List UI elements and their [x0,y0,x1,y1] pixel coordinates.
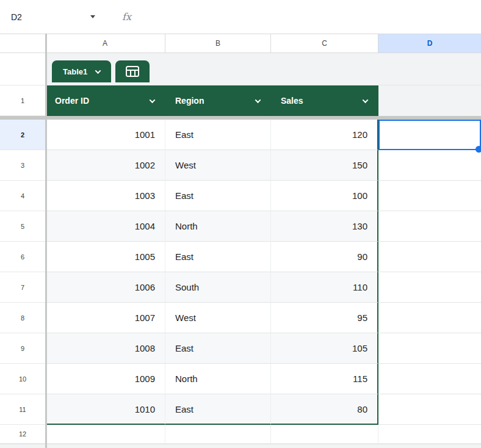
filter-dropdown-icon[interactable] [150,97,156,103]
cell-c8[interactable]: 95 [271,303,378,333]
cell-c4[interactable]: 100 [271,181,378,211]
cell-b8[interactable]: West [165,303,271,333]
cell-a11[interactable]: 1010 [45,394,165,425]
table-chip-row: Table1 [0,53,481,85]
table-row: 6 1005 East 90 [0,242,481,272]
name-box[interactable]: D2 [11,12,95,22]
select-all-corner[interactable] [0,34,45,52]
frozen-column-divider[interactable] [45,34,47,448]
table-row: 11 1010 East 80 [0,394,481,425]
table-chip-area: Table1 [45,53,481,85]
cell-c3[interactable]: 150 [271,150,378,181]
cell-b10[interactable]: North [165,364,271,394]
filter-dropdown-icon[interactable] [255,97,261,103]
table-header-sales[interactable]: Sales [271,85,378,116]
cell-c11[interactable]: 80 [271,394,378,425]
row-header-gap [0,53,45,85]
cell-a3[interactable]: 1002 [45,150,165,181]
column-header-a[interactable]: A [45,34,165,52]
cell-a4[interactable]: 1003 [45,181,165,211]
cell-d8[interactable] [378,303,481,333]
cell-d11[interactable] [378,394,481,425]
filter-dropdown-icon[interactable] [363,97,369,103]
cell-a9[interactable]: 1008 [45,333,165,364]
table-name-chip[interactable]: Table1 [52,60,111,82]
table-row: 9 1008 East 105 [0,333,481,364]
cell-b7[interactable]: South [165,272,271,303]
table-row: 3 1002 West 150 [0,150,481,181]
cell-c5[interactable]: 130 [271,211,378,242]
row-header-11[interactable]: 11 [0,394,45,425]
cell-d2-selected[interactable] [378,120,481,150]
row-header-5[interactable]: 5 [0,211,45,242]
table-header-label: Sales [281,96,303,106]
table-header-row: 1 Order ID Region Sales [0,85,481,116]
cell-a2[interactable]: 1001 [45,120,165,150]
cell-d6[interactable] [378,242,481,272]
table-options-tab[interactable] [115,60,150,82]
sheet-bottom-edge [0,444,481,448]
row-header-8[interactable]: 8 [0,303,45,333]
row-header-9[interactable]: 9 [0,333,45,364]
column-header-c[interactable]: C [271,34,378,52]
cell-d7[interactable] [378,272,481,303]
table-header-region[interactable]: Region [165,85,271,116]
cell-b3[interactable]: West [165,150,271,181]
cell-d5[interactable] [378,211,481,242]
row-header-7[interactable]: 7 [0,272,45,303]
name-box-value: D2 [11,12,22,22]
table-row: 10 1009 North 115 [0,364,481,394]
table-header-label: Order ID [55,96,89,106]
cell-b11[interactable]: East [165,394,271,425]
table-header-label: Region [175,96,204,106]
cell-c2[interactable]: 120 [271,120,378,150]
column-header-row: A B C D [0,34,481,53]
formula-bar: D2 fx [0,0,481,34]
cell-a10[interactable]: 1009 [45,364,165,394]
cell-b6[interactable]: East [165,242,271,272]
cell-b12[interactable] [165,425,271,444]
cell-a5[interactable]: 1004 [45,211,165,242]
column-header-d[interactable]: D [378,34,481,52]
cell-c10[interactable]: 115 [271,364,378,394]
cell-d1[interactable] [378,85,481,116]
cell-b4[interactable]: East [165,181,271,211]
empty-row: 12 [0,425,481,444]
row-header-4[interactable]: 4 [0,181,45,211]
table-grid-icon [126,66,139,77]
table-row: 2 1001 East 120 [0,120,481,150]
table-row: 7 1006 South 110 [0,272,481,303]
cell-a7[interactable]: 1006 [45,272,165,303]
chevron-down-icon [95,68,101,74]
row-header-1[interactable]: 1 [0,85,45,116]
cell-d12[interactable] [378,425,481,444]
cell-c7[interactable]: 110 [271,272,378,303]
spreadsheet-app: D2 fx A B C D Table1 [0,0,481,448]
cell-d10[interactable] [378,364,481,394]
cell-c6[interactable]: 90 [271,242,378,272]
row-header-10[interactable]: 10 [0,364,45,394]
row-header-12[interactable]: 12 [0,425,45,444]
column-header-b[interactable]: B [165,34,271,52]
cell-b2[interactable]: East [165,120,271,150]
cell-c12[interactable] [271,425,378,444]
row-header-6[interactable]: 6 [0,242,45,272]
table-row: 4 1003 East 100 [0,181,481,211]
cell-d3[interactable] [378,150,481,181]
row-header-3[interactable]: 3 [0,150,45,181]
cell-a6[interactable]: 1005 [45,242,165,272]
cell-d9[interactable] [378,333,481,364]
table-row: 8 1007 West 95 [0,303,481,333]
cell-b5[interactable]: North [165,211,271,242]
cell-c9[interactable]: 105 [271,333,378,364]
table-header-order-id[interactable]: Order ID [45,85,165,116]
row-header-2[interactable]: 2 [0,120,45,150]
cell-d4[interactable] [378,181,481,211]
table-name-label: Table1 [63,67,87,76]
chevron-down-icon[interactable] [90,15,95,18]
cell-a12[interactable] [45,425,165,444]
table-row: 5 1004 North 130 [0,211,481,242]
fill-handle[interactable] [476,146,481,153]
cell-a8[interactable]: 1007 [45,303,165,333]
cell-b9[interactable]: East [165,333,271,364]
